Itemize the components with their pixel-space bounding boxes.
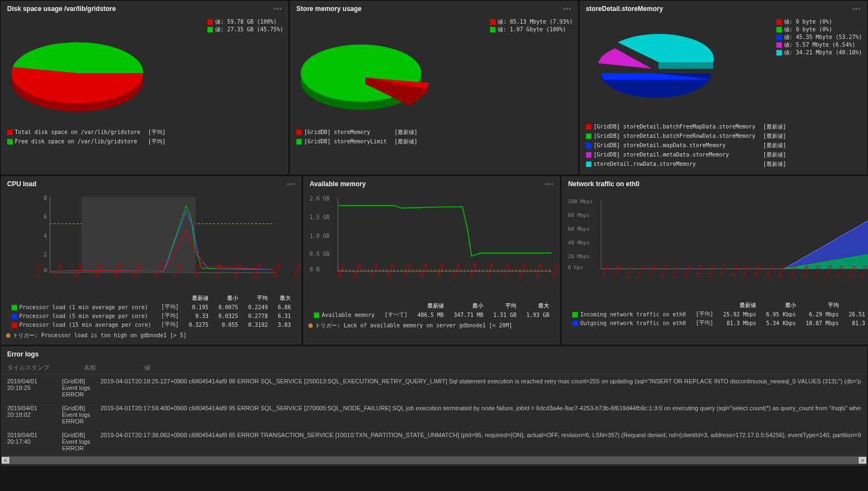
panel-menu-icon[interactable]: •••: [852, 5, 861, 13]
chart-cpu: 86 420: [6, 193, 296, 276]
panel-menu-icon[interactable]: •••: [287, 180, 296, 188]
panel-net: Network traffic on eth0 ••• 100 Mbps80 M…: [562, 176, 868, 344]
x-ticks: 16:4317:00 17:3018:00 18:3019:00 19:3020…: [6, 276, 296, 282]
log-columns: タイムスタンプ 名前 値: [2, 361, 866, 375]
log-row[interactable]: 2019/04/01 20:18:25 [GridDB] Event logs …: [2, 375, 866, 401]
svg-text:40 Mbps: 40 Mbps: [568, 239, 589, 245]
pie-legend-series: [GridDB] storeDetail.batchFreeMapData.st…: [585, 121, 794, 169]
svg-text:0: 0: [44, 267, 47, 274]
svg-marker-29: [601, 211, 868, 269]
panel-title: Error logs: [2, 347, 866, 361]
pie-legend-values: 値: 0 byte (0%) 値: 0 byte (0%) 値: 45.35 M…: [776, 18, 862, 118]
svg-text:4: 4: [44, 232, 47, 239]
chart-avmem: 2.0 GB 1.5 GB1.0 GB 0.5 GB0 B: [308, 193, 555, 276]
pie-legend-values: 値: 85.13 Mbyte (7.93%) 値: 1.07 Gbyte (10…: [490, 18, 572, 124]
scroll-right-icon[interactable]: >: [859, 457, 866, 464]
pie-legend-values: 値: 59.78 GB (100%) 値: 27.35 GB (45.75%): [207, 18, 283, 124]
svg-text:2: 2: [44, 251, 47, 258]
trigger-cpu: トリガー: Processor load is too high on gdbn…: [6, 332, 296, 339]
panel-title: Network traffic on eth0: [568, 180, 639, 188]
panel-menu-icon[interactable]: •••: [545, 180, 554, 188]
scroll-left-icon[interactable]: <: [2, 457, 9, 464]
stats-avmem: 最新値最小 平均最大 Available memory [すべて] 486.5 …: [308, 301, 555, 320]
panel-title: Available memory: [309, 180, 365, 188]
dashboard: Disk space usage /var/lib/gridstore ••• …: [0, 0, 868, 467]
svg-text:0 B: 0 B: [310, 266, 320, 272]
svg-text:100 Mbps: 100 Mbps: [568, 198, 593, 204]
pie-storemem: [295, 18, 438, 122]
pie-legend-series: Total disk space on /var/lib/gridstore[平…: [6, 127, 173, 147]
svg-text:80 Mbps: 80 Mbps: [568, 212, 589, 218]
x-ticks: 16:4417:00 17:1517:30 17:4518:00 18:1518…: [567, 276, 868, 282]
horizontal-scrollbar[interactable]: < >: [2, 456, 866, 464]
row-lines: CPU load ••• 86 420: [1, 176, 867, 344]
svg-text:20 Mbps: 20 Mbps: [568, 253, 589, 259]
chart-net: 100 Mbps80 Mbps 60 Mbps40 Mbps 20 Mbps0 …: [567, 193, 868, 276]
log-row[interactable]: 2019/04/01 20:17:40 [GridDB] Event logs …: [2, 428, 866, 455]
svg-text:6: 6: [44, 213, 47, 220]
svg-text:2.0 GB: 2.0 GB: [310, 196, 330, 202]
svg-rect-12: [82, 197, 196, 272]
panel-title: CPU load: [7, 180, 36, 188]
stats-net: 最新値最小 平均最大 Incoming network traffic on e…: [567, 300, 868, 328]
panel-title: Disk space usage /var/lib/gridstore: [7, 5, 116, 13]
panel-menu-icon[interactable]: •••: [563, 5, 572, 13]
svg-text:0.5 GB: 0.5 GB: [310, 251, 330, 257]
panel-title: Store memory usage: [296, 5, 362, 13]
panel-error-logs: Error logs タイムスタンプ 名前 値 2019/04/01 20:18…: [1, 347, 867, 466]
svg-text:1.0 GB: 1.0 GB: [310, 233, 330, 239]
svg-text:8: 8: [44, 194, 47, 201]
panel-avmem: Available memory ••• 2.0 GB 1.5 GB1.0 GB…: [303, 176, 560, 344]
row-pies: Disk space usage /var/lib/gridstore ••• …: [1, 1, 867, 174]
pie-legend-series: [GridDB] storeMemory[最新値] [GridDB] store…: [295, 127, 425, 147]
pie-storedetail: [585, 18, 728, 117]
svg-text:1.5 GB: 1.5 GB: [310, 214, 330, 220]
pie-disk: [6, 18, 149, 122]
stats-cpu: 最新値最小 平均最大 Processor load (1 min average…: [6, 293, 296, 330]
log-rows[interactable]: 2019/04/01 20:18:25 [GridDB] Event logs …: [2, 375, 866, 455]
panel-storedetail: storeDetail.storeMemory •••: [580, 1, 867, 174]
panel-title: storeDetail.storeMemory: [586, 5, 663, 13]
panel-storemem: Store memory usage ••• 値: 85.13 Mbyte: [290, 1, 577, 174]
x-ticks: 16:4317:00 17:3018:00 18:3019:00 19:3020…: [308, 276, 555, 282]
log-row[interactable]: 2019/04/01 20:18:02 [GridDB] Event logs …: [2, 401, 866, 428]
panel-cpu: CPU load ••• 86 420: [1, 176, 301, 344]
svg-text:0 bps: 0 bps: [568, 264, 583, 270]
svg-text:60 Mbps: 60 Mbps: [568, 226, 589, 232]
trigger-avmem: トリガー: Lack of available memory on server…: [308, 322, 555, 330]
panel-disk: Disk space usage /var/lib/gridstore ••• …: [1, 1, 288, 174]
panel-menu-icon[interactable]: •••: [274, 5, 283, 13]
